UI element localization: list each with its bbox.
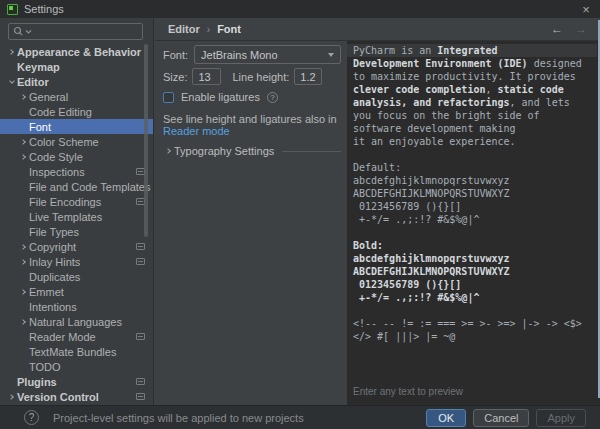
breadcrumb-separator: › xyxy=(207,24,210,35)
sidebar-item-label: General xyxy=(29,91,68,103)
preview-line: +-*/= .,;:!? #&$%@|^ xyxy=(347,213,597,226)
back-arrow-icon[interactable]: ← xyxy=(551,22,563,36)
ok-button[interactable]: OK xyxy=(426,409,466,427)
preview-text-bold: static code xyxy=(498,84,564,95)
sidebar-item-general[interactable]: General xyxy=(0,89,153,104)
sidebar-item-keymap[interactable]: Keymap xyxy=(0,59,153,74)
sidebar-item-code-style[interactable]: Code Style xyxy=(0,149,153,164)
breadcrumb-font: Font xyxy=(217,23,241,35)
reader-note-text: See line height and ligatures also in Re… xyxy=(163,113,341,137)
sidebar-item-version-control[interactable]: Version Control xyxy=(0,389,153,404)
help-icon[interactable]: ? xyxy=(267,92,278,103)
dialog-footer: ? Project-level settings will be applied… xyxy=(0,405,600,429)
reader-mode-link[interactable]: Reader mode xyxy=(163,125,230,137)
sidebar-item-intentions[interactable]: Intentions xyxy=(0,299,153,314)
preview-line xyxy=(347,226,597,239)
sidebar-item-appearance-behavior[interactable]: Appearance & Behavior xyxy=(0,44,153,59)
chevron-right-icon[interactable] xyxy=(163,146,174,157)
chevron-right-icon[interactable] xyxy=(18,91,29,102)
chevron-spacer xyxy=(18,346,29,357)
chevron-glyph xyxy=(9,78,15,84)
sidebar-item-todo[interactable]: TODO xyxy=(0,359,153,374)
chevron-glyph xyxy=(20,259,26,265)
preview-text: ABCDEFGHIJKLMNOPQRSTUVWXYZ xyxy=(353,188,510,199)
preview-line: ABCDEFGHIJKLMNOPQRSTUVWXYZ xyxy=(347,187,597,200)
preview-text: 0123456789 (){}[] xyxy=(353,201,461,212)
sidebar-item-emmet[interactable]: Emmet xyxy=(0,284,153,299)
chevron-right-icon[interactable] xyxy=(6,391,17,402)
sidebar-item-file-types[interactable]: File Types xyxy=(0,224,153,239)
sidebar-item-duplicates[interactable]: Duplicates xyxy=(0,269,153,284)
preview-text-bold: Integrated xyxy=(437,45,497,56)
preview-text: abcdefghijklmnopqrstuvwxyz xyxy=(353,175,510,186)
search-icon xyxy=(13,26,24,37)
cancel-button[interactable]: Cancel xyxy=(473,409,529,427)
sidebar-item-label: Emmet xyxy=(29,286,64,298)
chevron-right-icon[interactable] xyxy=(6,46,17,57)
close-icon[interactable]: × xyxy=(579,3,593,16)
preview-line: Development Environment (IDE) designed xyxy=(347,57,597,70)
sidebar-item-file-encodings[interactable]: File Encodings xyxy=(0,194,153,209)
sidebar-item-live-templates[interactable]: Live Templates xyxy=(0,209,153,224)
sidebar-item-plugins[interactable]: Plugins xyxy=(0,374,153,389)
preview-text: you focus on the bright side of xyxy=(353,110,540,121)
preview-line: software development making xyxy=(347,122,597,135)
preview-line: </> #[ |||> |= ~@ xyxy=(347,330,597,343)
search-history-chevron-icon[interactable] xyxy=(25,26,32,37)
sidebar-item-reader-mode[interactable]: Reader Mode xyxy=(0,329,153,344)
typography-settings-row[interactable]: Typography Settings xyxy=(163,145,341,157)
sidebar-item-label: Inspections xyxy=(29,166,85,178)
sidebar-item-copyright[interactable]: Copyright xyxy=(0,239,153,254)
preview-placeholder: Enter any text to preview xyxy=(353,386,463,397)
font-family-select[interactable]: JetBrains Mono xyxy=(194,45,341,64)
sidebar-item-label: Reader Mode xyxy=(29,331,96,343)
enable-ligatures-checkbox[interactable] xyxy=(163,92,174,103)
chevron-right-icon[interactable] xyxy=(18,151,29,162)
search-input[interactable] xyxy=(33,26,138,38)
sidebar-scrollbar[interactable] xyxy=(144,44,148,237)
chevron-right-icon[interactable] xyxy=(18,241,29,252)
preview-line: to maximize productivity. It provides xyxy=(347,70,597,83)
sidebar-item-textmate-bundles[interactable]: TextMate Bundles xyxy=(0,344,153,359)
ligatures-row: Enable ligatures ? xyxy=(163,91,341,103)
reader-mode-note: See line height and ligatures also in Re… xyxy=(163,113,341,137)
chevron-spacer xyxy=(18,106,29,117)
sidebar-item-inspections[interactable]: Inspections xyxy=(0,164,153,179)
breadcrumb-editor[interactable]: Editor xyxy=(168,23,200,35)
preview-text-bold: ABCDEFGHIJKLMNOPQRSTUVWXYZ xyxy=(353,266,510,277)
chevron-right-icon[interactable] xyxy=(18,136,29,147)
chevron-right-icon[interactable] xyxy=(18,286,29,297)
sidebar-item-label: Code Style xyxy=(29,151,83,163)
font-row: Font: JetBrains Mono xyxy=(163,45,341,64)
preview-text: Default: xyxy=(353,162,401,173)
chevron-spacer xyxy=(18,331,29,342)
chevron-spacer xyxy=(18,271,29,282)
sidebar-item-code-editing[interactable]: Code Editing xyxy=(0,104,153,119)
sidebar-item-label: Version Control xyxy=(17,391,99,403)
chevron-right-icon[interactable] xyxy=(18,256,29,267)
title-bar: Settings × xyxy=(0,0,600,18)
sidebar-item-file-and-code-templates[interactable]: File and Code Templates xyxy=(0,179,153,194)
apply-button[interactable]: Apply xyxy=(536,409,586,427)
chevron-down-icon[interactable] xyxy=(6,76,17,87)
line-height-input[interactable]: 1.2 xyxy=(294,68,322,85)
sidebar-item-label: Plugins xyxy=(17,376,57,388)
sidebar-item-label: File Encodings xyxy=(29,196,101,208)
chevron-right-icon[interactable] xyxy=(18,316,29,327)
chevron-glyph xyxy=(20,94,26,100)
preview-line: +-*/= .,;:!? #&$%@|^ xyxy=(347,291,597,304)
shared-settings-icon xyxy=(136,378,145,385)
font-preview-editor[interactable]: PyCharm is an IntegratedDevelopment Envi… xyxy=(347,41,600,405)
preview-line: <!-- -- != := === >= >- >=> |-> -> <$> xyxy=(347,317,597,330)
sidebar-item-natural-languages[interactable]: Natural Languages xyxy=(0,314,153,329)
sidebar-item-inlay-hints[interactable]: Inlay Hints xyxy=(0,254,153,269)
sidebar-item-color-scheme[interactable]: Color Scheme xyxy=(0,134,153,149)
preview-text: , and lets xyxy=(510,97,570,108)
help-circle-icon[interactable]: ? xyxy=(24,410,39,425)
size-input[interactable]: 13 xyxy=(192,68,221,85)
preview-line: PyCharm is an Integrated xyxy=(347,44,597,57)
sidebar-item-font[interactable]: Font xyxy=(0,119,153,134)
chevron-spacer xyxy=(18,166,29,177)
settings-search[interactable] xyxy=(8,23,143,40)
sidebar-item-editor[interactable]: Editor xyxy=(0,74,153,89)
